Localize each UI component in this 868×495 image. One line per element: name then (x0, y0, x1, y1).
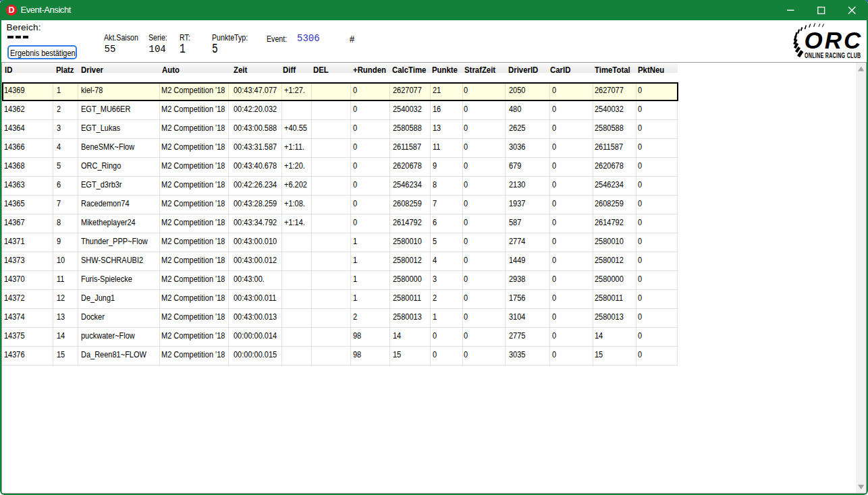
svg-text:ONLINE RACING CLUB: ONLINE RACING CLUB (805, 51, 861, 59)
svg-text:ORC: ORC (805, 27, 863, 53)
